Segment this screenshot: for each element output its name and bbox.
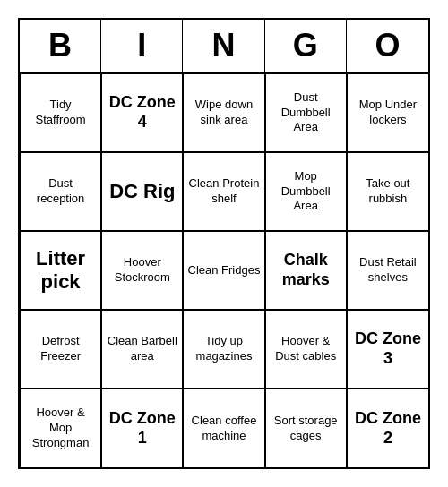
bingo-cell-21[interactable]: DC Zone 1	[101, 389, 183, 467]
cell-text-5: Dust reception	[24, 176, 97, 207]
bingo-card: BINGO Tidy StaffroomDC Zone 4Wipe down s…	[18, 18, 430, 469]
bingo-cell-24[interactable]: DC Zone 2	[347, 389, 428, 467]
cell-text-3: Dust Dumbbell Area	[270, 90, 342, 136]
cell-text-1: DC Zone 4	[106, 93, 178, 132]
cell-text-2: Wipe down sink area	[187, 98, 260, 128]
bingo-cell-23[interactable]: Sort storage cages	[265, 389, 347, 467]
cell-text-19: DC Zone 3	[351, 329, 425, 368]
bingo-cell-6[interactable]: DC Rig	[101, 152, 183, 231]
bingo-cell-12[interactable]: Clean Fridges	[183, 231, 264, 310]
bingo-cell-5[interactable]: Dust reception	[20, 152, 101, 231]
bingo-cell-13[interactable]: Chalk marks	[265, 231, 347, 310]
bingo-cell-9[interactable]: Take out rubbish	[347, 152, 428, 231]
bingo-cell-18[interactable]: Hoover & Dust cables	[265, 310, 347, 389]
cell-text-9: Take out rubbish	[351, 176, 425, 207]
cell-text-4: Mop Under lockers	[351, 98, 425, 128]
bingo-cell-15[interactable]: Defrost Freezer	[20, 310, 101, 389]
bingo-cell-8[interactable]: Mop Dumbbell Area	[265, 152, 347, 231]
header-letter-n: N	[183, 20, 264, 72]
bingo-cell-1[interactable]: DC Zone 4	[101, 73, 183, 152]
cell-text-24: DC Zone 2	[351, 409, 425, 448]
cell-text-11: Hoover Stockroom	[106, 255, 178, 286]
cell-text-17: Tidy up magazines	[187, 334, 260, 364]
cell-text-16: Clean Barbell area	[106, 334, 178, 364]
header-letter-b: B	[20, 20, 101, 72]
bingo-cell-16[interactable]: Clean Barbell area	[101, 310, 183, 389]
bingo-cell-7[interactable]: Clean Protein shelf	[183, 152, 264, 231]
cell-text-23: Sort storage cages	[270, 414, 342, 444]
cell-text-14: Dust Retail shelves	[351, 255, 425, 286]
cell-text-10: Litter pick	[24, 247, 97, 295]
bingo-cell-10[interactable]: Litter pick	[20, 231, 101, 310]
cell-text-0: Tidy Staffroom	[24, 98, 97, 128]
cell-text-15: Defrost Freezer	[24, 334, 97, 364]
cell-text-13: Chalk marks	[270, 251, 342, 289]
cell-text-18: Hoover & Dust cables	[270, 334, 342, 364]
bingo-cell-11[interactable]: Hoover Stockroom	[101, 231, 183, 310]
bingo-cell-22[interactable]: Clean coffee machine	[183, 389, 264, 467]
bingo-cell-2[interactable]: Wipe down sink area	[183, 73, 264, 152]
bingo-grid: Tidy StaffroomDC Zone 4Wipe down sink ar…	[20, 73, 428, 467]
bingo-cell-17[interactable]: Tidy up magazines	[183, 310, 264, 389]
header-letter-g: G	[265, 20, 347, 72]
cell-text-12: Clean Fridges	[188, 263, 261, 278]
bingo-cell-20[interactable]: Hoover & Mop Strongman	[20, 389, 101, 467]
bingo-cell-4[interactable]: Mop Under lockers	[347, 73, 428, 152]
bingo-header: BINGO	[20, 20, 428, 73]
cell-text-20: Hoover & Mop Strongman	[24, 406, 97, 451]
bingo-cell-14[interactable]: Dust Retail shelves	[347, 231, 428, 310]
bingo-cell-3[interactable]: Dust Dumbbell Area	[265, 73, 347, 152]
cell-text-22: Clean coffee machine	[187, 414, 260, 444]
cell-text-8: Mop Dumbbell Area	[270, 169, 342, 215]
bingo-cell-19[interactable]: DC Zone 3	[347, 310, 428, 389]
cell-text-6: DC Rig	[109, 180, 175, 203]
cell-text-21: DC Zone 1	[106, 409, 178, 448]
header-letter-o: O	[347, 20, 428, 72]
header-letter-i: I	[101, 20, 183, 72]
bingo-cell-0[interactable]: Tidy Staffroom	[20, 73, 101, 152]
cell-text-7: Clean Protein shelf	[187, 176, 260, 207]
